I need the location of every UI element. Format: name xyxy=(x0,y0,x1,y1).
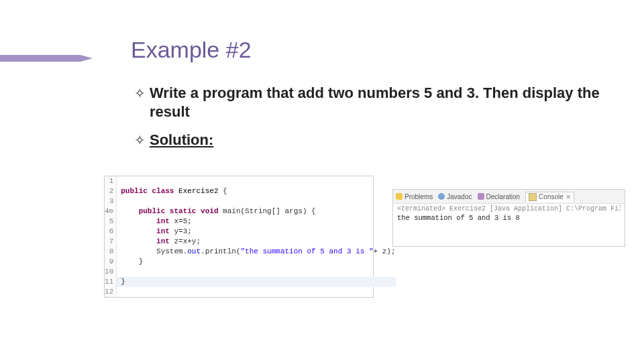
declaration-icon xyxy=(478,193,484,200)
code-text: System.out.println("the summation of 5 a… xyxy=(117,247,396,257)
code-line: 3 xyxy=(105,196,396,206)
console-tabs: Problems Javadoc Declaration Console ✕ xyxy=(393,190,625,204)
line-number: 5 xyxy=(105,217,117,227)
code-line: 7 int z=x+y; xyxy=(105,237,396,247)
bullet-solution-text: Solution: xyxy=(150,131,213,149)
tab-problems-label: Problems xyxy=(405,193,433,200)
bullet-problem-text: Write a program that add two numbers 5 a… xyxy=(150,84,617,121)
code-text xyxy=(117,196,396,206)
tab-declaration[interactable]: Declaration xyxy=(478,193,521,200)
line-number: 3 xyxy=(105,196,117,206)
code-line: 2public class Exercise2 { xyxy=(105,186,396,196)
line-number: 11 xyxy=(105,277,117,287)
diamond-icon: ✧ xyxy=(134,131,146,149)
console-icon xyxy=(529,193,537,201)
javadoc-icon xyxy=(438,193,445,200)
bullet-solution: ✧ Solution: xyxy=(134,131,617,149)
problems-icon xyxy=(396,193,402,200)
code-text: int z=x+y; xyxy=(117,237,396,247)
tab-console[interactable]: Console ✕ xyxy=(525,192,574,202)
console-status: <terminated> Exercise2 [Java Application… xyxy=(397,205,621,213)
console-output: the summation of 5 and 3 is 8 xyxy=(397,214,621,222)
tab-javadoc-label: Javadoc xyxy=(447,193,472,200)
code-line: 1 xyxy=(105,176,396,186)
code-line: 8 System.out.println("the summation of 5… xyxy=(105,247,396,257)
line-number: 9 xyxy=(105,257,117,267)
tab-declaration-label: Declaration xyxy=(486,193,521,200)
code-text: int x=5; xyxy=(117,217,396,227)
console-panel: Problems Javadoc Declaration Console ✕ <… xyxy=(392,189,625,247)
tab-javadoc[interactable]: Javadoc xyxy=(438,193,472,200)
line-number: 12 xyxy=(105,287,117,297)
code-line: 12 xyxy=(105,287,396,297)
line-number: 10 xyxy=(105,267,117,277)
code-line: 5 int x=5; xyxy=(105,217,396,227)
accent-bar xyxy=(0,55,80,62)
code-text: public static void main(String[] args) { xyxy=(117,206,396,217)
code-text: } xyxy=(117,257,396,267)
code-text: } xyxy=(117,277,396,287)
slide-title: Example #2 xyxy=(131,37,252,63)
line-number: 1 xyxy=(105,176,117,186)
code-editor: 12public class Exercise2 {34⊖ public sta… xyxy=(104,176,374,298)
code-text xyxy=(117,267,396,277)
line-number: 2 xyxy=(105,186,117,196)
code-text xyxy=(117,176,396,186)
line-number: 7 xyxy=(105,237,117,247)
code-line: 6 int y=3; xyxy=(105,227,396,237)
bullet-problem: ✧ Write a program that add two numbers 5… xyxy=(134,84,617,121)
code-text: int y=3; xyxy=(117,227,396,237)
line-number: 8 xyxy=(105,247,117,257)
code-line: 10 xyxy=(105,267,396,277)
code-text xyxy=(117,287,396,297)
line-number: 6 xyxy=(105,227,117,237)
tab-problems[interactable]: Problems xyxy=(396,193,433,200)
code-text: public class Exercise2 { xyxy=(117,186,396,196)
code-line: 9 } xyxy=(105,257,396,267)
bullet-list: ✧ Write a program that add two numbers 5… xyxy=(134,84,617,159)
code-line: 4⊖ public static void main(String[] args… xyxy=(105,206,396,217)
tab-console-label: Console xyxy=(539,193,564,200)
diamond-icon: ✧ xyxy=(134,84,146,103)
close-icon[interactable]: ✕ xyxy=(566,194,571,200)
console-body: <terminated> Exercise2 [Java Application… xyxy=(393,204,625,246)
code-line: 11} xyxy=(105,277,396,287)
line-number: 4⊖ xyxy=(105,206,117,217)
